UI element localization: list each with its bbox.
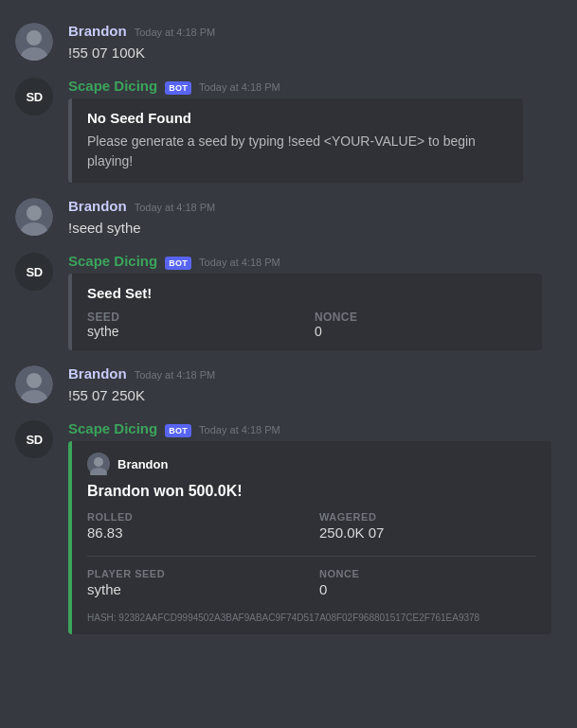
timestamp: Today at 4:18 PM xyxy=(199,257,280,268)
embed-author: Brandon xyxy=(87,453,536,475)
nonce-value: 0 xyxy=(315,324,527,339)
message-group: SD Scape Dicing BOT Today at 4:18 PM See… xyxy=(0,245,577,358)
svg-point-7 xyxy=(27,373,42,388)
username: Brandon xyxy=(68,365,127,382)
message-text: !55 07 100K xyxy=(68,43,562,62)
embed-win-title: Brandon won 500.0K! xyxy=(87,483,536,500)
avatar-bot: SD xyxy=(15,253,53,291)
message-text: !seed sythe xyxy=(68,218,562,238)
bot-badge: BOT xyxy=(165,81,191,95)
avatar-bot: SD xyxy=(15,420,53,458)
seed-set-title: Seed Set! xyxy=(87,285,527,301)
message-group: Brandon Today at 4:18 PM !seed sythe xyxy=(0,190,577,245)
embed-no-seed: No Seed Found Please generate a seed by … xyxy=(68,98,523,183)
hash-label: HASH xyxy=(87,613,114,623)
message-header: Scape Dicing BOT Today at 4:18 PM xyxy=(68,78,562,95)
message-group: Brandon Today at 4:18 PM !55 07 100K xyxy=(0,15,577,70)
message-content: Brandon Today at 4:18 PM !55 07 250K xyxy=(68,365,562,405)
message-content: Scape Dicing BOT Today at 4:18 PM Seed S… xyxy=(68,253,562,350)
message-header: Scape Dicing BOT Today at 4:18 PM xyxy=(68,420,562,437)
username: Scape Dicing xyxy=(68,420,157,436)
seed-label: Seed xyxy=(87,311,299,324)
message-header: Brandon Today at 4:18 PM xyxy=(68,365,562,382)
avatar xyxy=(15,198,53,236)
embed-title: No Seed Found xyxy=(87,110,508,126)
svg-point-1 xyxy=(27,30,42,45)
avatar xyxy=(15,365,53,403)
message-header: Brandon Today at 4:18 PM xyxy=(68,23,562,39)
message-header: Scape Dicing BOT Today at 4:18 PM xyxy=(68,253,562,270)
embed-seed-set: Seed Set! Seed sythe Nonce 0 xyxy=(68,274,542,350)
seed-grid: Seed sythe Nonce 0 xyxy=(87,311,527,339)
messages-container: Brandon Today at 4:18 PM !55 07 100K SD … xyxy=(0,0,577,657)
message-content: Brandon Today at 4:18 PM !seed sythe xyxy=(68,198,562,238)
timestamp: Today at 4:18 PM xyxy=(199,81,280,93)
svg-point-10 xyxy=(94,457,103,467)
author-avatar xyxy=(87,453,110,475)
rolled-value: 86.83 xyxy=(87,524,304,541)
avatar-bot: SD xyxy=(15,78,53,115)
seed-value: sythe xyxy=(87,324,299,339)
embed-desc: Please generate a seed by typing !seed <… xyxy=(87,132,508,171)
timestamp: Today at 4:18 PM xyxy=(199,424,280,435)
timestamp: Today at 4:18 PM xyxy=(135,369,216,381)
username: Brandon xyxy=(68,23,127,39)
embed-fields-bottom: Player Seed sythe Nonce 0 xyxy=(87,568,536,597)
field-nonce: Nonce 0 xyxy=(319,568,536,597)
bot-badge: BOT xyxy=(165,257,191,270)
username: Scape Dicing xyxy=(68,78,157,94)
wagered-label: Wagered xyxy=(319,511,536,523)
field-rolled: Rolled 86.83 xyxy=(87,511,304,541)
wagered-value: 250.0K 07 xyxy=(319,524,536,541)
field-player-seed: Player Seed sythe xyxy=(87,568,304,597)
timestamp: Today at 4:18 PM xyxy=(135,27,216,38)
message-group: SD Scape Dicing BOT Today at 4:18 PM No … xyxy=(0,70,577,190)
message-content: Scape Dicing BOT Today at 4:18 PM xyxy=(68,420,562,634)
embed-win: Brandon Brandon won 500.0K! Rolled 86.83… xyxy=(68,441,551,634)
username: Scape Dicing xyxy=(68,253,157,269)
nonce-label: Nonce xyxy=(319,568,536,579)
rolled-label: Rolled xyxy=(87,511,304,523)
nonce-label: Nonce xyxy=(315,311,527,324)
message-content: Scape Dicing BOT Today at 4:18 PM No See… xyxy=(68,78,562,183)
field-wagered: Wagered 250.0K 07 xyxy=(319,511,536,541)
hash-value: 92382AAFCD9994502A3BAF9ABAC9F74D517A08F0… xyxy=(118,613,479,623)
embed-divider xyxy=(87,556,536,557)
username: Brandon xyxy=(68,198,127,214)
message-group: Brandon Today at 4:18 PM !55 07 250K xyxy=(0,358,577,413)
bot-badge: BOT xyxy=(165,424,191,437)
player-seed-value: sythe xyxy=(87,581,304,597)
message-header: Brandon Today at 4:18 PM xyxy=(68,198,562,214)
message-text: !55 07 250K xyxy=(68,385,562,405)
timestamp: Today at 4:18 PM xyxy=(135,202,216,213)
embed-author-name: Brandon xyxy=(117,457,168,471)
nonce-value: 0 xyxy=(319,581,536,597)
message-group: SD Scape Dicing BOT Today at 4:18 PM xyxy=(0,413,577,642)
embed-hash: HASH: 92382AAFCD9994502A3BAF9ABAC9F74D51… xyxy=(87,613,536,623)
player-seed-label: Player Seed xyxy=(87,568,304,579)
svg-point-4 xyxy=(27,205,42,221)
embed-fields-top: Rolled 86.83 Wagered 250.0K 07 xyxy=(87,511,536,541)
message-content: Brandon Today at 4:18 PM !55 07 100K xyxy=(68,23,562,62)
avatar xyxy=(15,23,53,61)
